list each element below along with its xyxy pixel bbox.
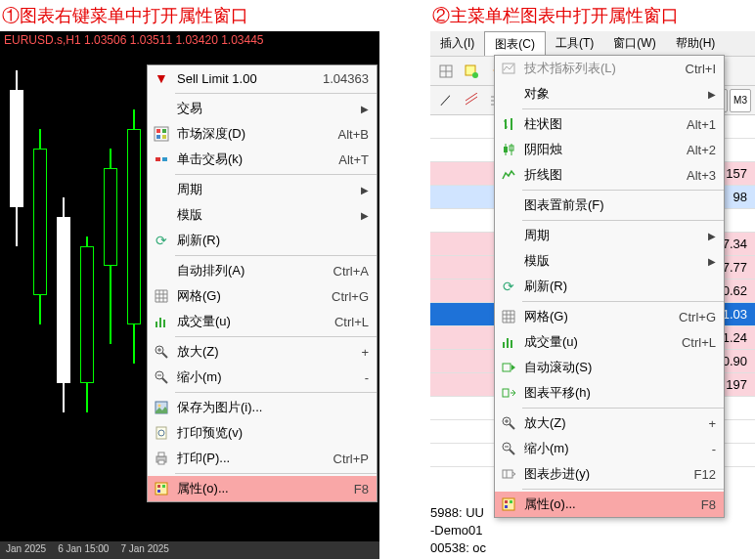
zoomin-icon <box>499 413 518 433</box>
menu-volume[interactable]: 成交量(u) Ctrl+L <box>495 329 724 355</box>
main-menubar: 插入(I) 图表(C) 工具(T) 窗口(W) 帮助(H) <box>430 31 755 57</box>
menu-label: 刷新(R) <box>524 278 716 295</box>
menu-properties[interactable]: 属性(o)... F8 <box>148 476 377 501</box>
cell-value: 1.24 <box>723 330 747 345</box>
menu-label: 网格(G) <box>177 287 320 305</box>
menu-stepby[interactable]: 图表步进(y) F12 <box>495 461 724 487</box>
menu-period[interactable]: 周期 ▶ <box>495 223 724 248</box>
menu-shortcut: F8 <box>354 482 369 496</box>
submenu-arrow-icon: ▶ <box>708 231 716 241</box>
menu-shortcut: Ctrl+L <box>334 315 369 329</box>
status-line: 5988: UU <box>430 504 486 522</box>
menubar-tools[interactable]: 工具(T) <box>546 31 603 56</box>
status-text: 5988: UU -Demo01 00538: oc <box>430 504 486 557</box>
time-label: Jan 2025 <box>0 541 52 559</box>
menu-template[interactable]: 模版 ▶ <box>495 248 724 274</box>
autoscroll-icon <box>499 358 518 377</box>
menu-properties[interactable]: 属性(o)... F8 <box>495 492 724 517</box>
svg-rect-65 <box>510 500 512 503</box>
grid-icon <box>152 286 171 306</box>
menu-zoomin[interactable]: 放大(Z) + <box>148 339 377 365</box>
line-chart-icon <box>499 165 518 185</box>
menu-oneclick[interactable]: 单击交易(k) Alt+T <box>148 147 377 172</box>
blank-icon <box>499 251 518 271</box>
menu-shortcut: Ctrl+G <box>332 289 369 304</box>
menu-candles[interactable]: 阴阳烛 Alt+2 <box>495 137 724 162</box>
menu-label: 自动滚动(S) <box>524 359 716 376</box>
menu-zoomin[interactable]: 放大(Z) + <box>495 410 724 436</box>
menubar-insert[interactable]: 插入(I) <box>430 31 484 56</box>
menu-trade[interactable]: 交易 ▶ <box>148 96 377 121</box>
chart-area[interactable]: EURUSD.s,H1 1.03506 1.03511 1.03420 1.03… <box>0 31 379 559</box>
menu-shift[interactable]: 图表平移(h) <box>495 380 724 406</box>
svg-line-59 <box>510 450 514 454</box>
menu-autoscroll[interactable]: 自动滚动(S) <box>495 355 724 380</box>
menu-label: 模版 <box>177 206 357 224</box>
cell-value: 0.90 <box>723 354 747 368</box>
menu-label: 保存为图片(i)... <box>177 399 369 416</box>
svg-rect-45 <box>504 147 508 152</box>
menu-saveimg[interactable]: 保存为图片(i)... <box>148 395 377 420</box>
tb-channel-icon[interactable] <box>460 89 483 112</box>
menu-depth[interactable]: 市场深度(D) Alt+B <box>148 121 377 147</box>
menu-indicators[interactable]: 技术指标列表(L) Ctrl+I <box>495 56 724 81</box>
menu-label: 图表平移(h) <box>524 384 716 402</box>
menu-period[interactable]: 周期 ▶ <box>148 177 377 202</box>
menubar-chart[interactable]: 图表(C) <box>484 31 546 56</box>
blank-icon <box>152 205 171 225</box>
menu-separator <box>175 174 377 175</box>
menu-objects[interactable]: 对象 ▶ <box>495 81 724 107</box>
menu-refresh[interactable]: ⟳ 刷新(R) <box>495 274 724 299</box>
svg-rect-63 <box>503 498 514 510</box>
svg-rect-1 <box>156 129 160 133</box>
menu-grid[interactable]: 网格(G) Ctrl+G <box>495 304 724 329</box>
menu-shortcut: Ctrl+A <box>333 264 369 279</box>
indicators-icon <box>499 59 518 78</box>
menu-shortcut: + <box>708 416 716 431</box>
svg-rect-64 <box>505 500 508 503</box>
tb-zoom-icon[interactable] <box>434 60 458 83</box>
svg-rect-6 <box>162 157 167 161</box>
menu-refresh[interactable]: ⟳ 刷新(R) <box>148 228 377 253</box>
menu-separator <box>175 473 377 474</box>
refresh-icon: ⟳ <box>499 277 518 296</box>
menu-separator <box>175 255 377 256</box>
menu-bars[interactable]: 柱状图 Alt+1 <box>495 111 724 137</box>
svg-rect-26 <box>162 485 165 488</box>
menu-line[interactable]: 折线图 Alt+3 <box>495 162 724 188</box>
tb-newchart-icon[interactable] <box>460 60 483 83</box>
menu-foreground[interactable]: 图表置前景(F) <box>495 193 724 218</box>
menu-price: 1.04363 <box>323 71 369 86</box>
svg-rect-61 <box>503 470 512 478</box>
svg-rect-3 <box>156 135 160 139</box>
menu-zoomout[interactable]: 缩小(m) - <box>148 365 377 390</box>
candles-icon <box>499 140 518 159</box>
menu-separator <box>522 301 724 302</box>
cell-value: 197 <box>726 377 747 392</box>
menubar-window[interactable]: 窗口(W) <box>603 31 665 56</box>
cell-value: 7.34 <box>723 237 747 251</box>
menu-grid[interactable]: 网格(G) Ctrl+G <box>148 283 377 309</box>
menu-template[interactable]: 模版 ▶ <box>148 202 377 228</box>
zoomout-icon <box>152 367 171 387</box>
menu-autoarrange[interactable]: 自动排列(A) Ctrl+A <box>148 258 377 283</box>
menu-print[interactable]: 打印(P)... Ctrl+P <box>148 446 377 471</box>
svg-point-32 <box>472 72 478 78</box>
chart-context-menu: ▼ Sell Limit 1.00 1.04363 交易 ▶ 市场深度(D) A… <box>147 65 378 502</box>
volume-icon <box>152 312 171 331</box>
menu-sell-limit[interactable]: ▼ Sell Limit 1.00 1.04363 <box>148 65 377 91</box>
menu-volume[interactable]: 成交量(u) Ctrl+L <box>148 309 377 334</box>
menu-shortcut: Alt+3 <box>687 168 716 183</box>
menu-preview[interactable]: 打印预览(v) <box>148 420 377 446</box>
menu-zoomout[interactable]: 缩小(m) - <box>495 436 724 461</box>
menu-label: Sell Limit 1.00 <box>177 71 311 86</box>
tb-m3-button[interactable]: M3 <box>730 89 751 112</box>
menu-separator <box>175 336 377 337</box>
tb-line-icon[interactable]: ／ <box>434 89 458 112</box>
menubar-help[interactable]: 帮助(H) <box>666 31 726 56</box>
svg-rect-51 <box>503 364 511 371</box>
svg-line-55 <box>510 424 514 429</box>
menu-shortcut: F12 <box>694 467 716 482</box>
menu-label: 成交量(u) <box>177 313 323 330</box>
zoomout-icon <box>499 439 518 458</box>
